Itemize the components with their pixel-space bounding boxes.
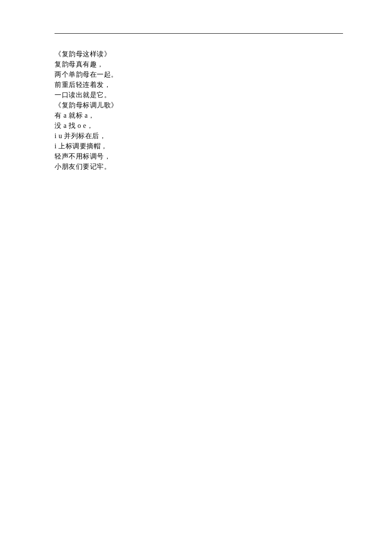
text-line: 《复韵母标调儿歌》 xyxy=(55,100,343,110)
header-divider xyxy=(55,33,343,34)
text-line: 两个单韵母在一起。 xyxy=(55,69,343,80)
text-line: 有 a 就标 a， xyxy=(55,110,343,121)
text-line: 复韵母真有趣， xyxy=(55,59,343,69)
text-line: 一口读出就是它。 xyxy=(55,90,343,100)
text-line: 前重后轻连着发， xyxy=(55,80,343,90)
text-content: 《复韵母这样读》 复韵母真有趣， 两个单韵母在一起。 前重后轻连着发， 一口读出… xyxy=(55,49,343,172)
text-line: i u 并列标在后， xyxy=(55,131,343,141)
text-line: 《复韵母这样读》 xyxy=(55,49,343,59)
text-line: 轻声不用标调号， xyxy=(55,151,343,162)
document-page: 《复韵母这样读》 复韵母真有趣， 两个单韵母在一起。 前重后轻连着发， 一口读出… xyxy=(0,0,392,172)
text-line: i 上标调要摘帽， xyxy=(55,141,343,151)
text-line: 小朋友们要记牢。 xyxy=(55,162,343,172)
text-line: 没 a 找 o e， xyxy=(55,121,343,131)
